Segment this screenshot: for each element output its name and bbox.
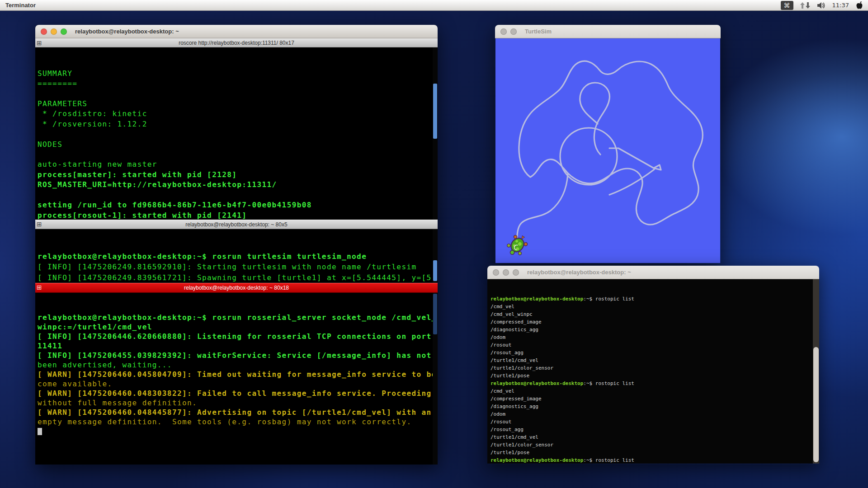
terminal-line: been advertised, waiting... bbox=[38, 360, 431, 370]
terminal-scroll-thumb[interactable] bbox=[813, 347, 819, 462]
minimize-button[interactable] bbox=[510, 28, 517, 35]
window-title: relaybotbox@relaybotbox-desktop: ~ bbox=[75, 28, 179, 35]
clock[interactable]: 11:37 bbox=[832, 2, 849, 9]
turtlesim-window: TurtleSim bbox=[495, 25, 721, 263]
terminal-line bbox=[38, 150, 431, 160]
pen-trail bbox=[517, 61, 703, 246]
terminal-line: relaybotbox@relaybotbox-desktop:~$ rosru… bbox=[38, 313, 431, 322]
minimize-button[interactable] bbox=[51, 28, 57, 35]
maximize-button[interactable] bbox=[513, 269, 519, 276]
terminal-line: /turtle1/cmd_vel bbox=[491, 433, 811, 441]
terminal-line: [ INFO] [1475206249.816592910]: Starting… bbox=[38, 262, 431, 272]
terminal-window: relaybotbox@relaybotbox-desktop: ~ relay… bbox=[487, 266, 819, 464]
terminal-line: /turtle1/pose bbox=[491, 449, 811, 456]
turtle-pen-drawing bbox=[495, 38, 720, 263]
terminal-line: [ INFO] [1475206249.839561721]: Spawning… bbox=[38, 272, 431, 283]
pane2-scrollbar[interactable] bbox=[433, 229, 438, 283]
pane2-scroll-thumb[interactable] bbox=[433, 260, 437, 281]
pane2-titlebar[interactable]: ⊞ relaybotbox@relaybotbox-desktop: ~ 80x… bbox=[35, 220, 438, 229]
maximize-button[interactable] bbox=[61, 28, 67, 35]
terminal-line: /compressed_image bbox=[491, 395, 811, 403]
terminal-line: relaybotbox@relaybotbox-desktop:~$ rosto… bbox=[491, 295, 811, 303]
terminal-line: process[master]: started with pid [2128] bbox=[38, 170, 431, 180]
terminal-titlebar[interactable]: relaybotbox@relaybotbox-desktop: ~ bbox=[487, 266, 819, 279]
terminal-line bbox=[38, 89, 431, 99]
terminal-line: auto-starting new master bbox=[38, 160, 431, 169]
terminal-line: [ WARN] [1475206460.048303822]: Failed t… bbox=[38, 389, 431, 398]
pane-grid-icon[interactable]: ⊞ bbox=[37, 39, 42, 47]
terminal-line: /cmd_vel bbox=[491, 303, 811, 310]
terminal-line bbox=[38, 427, 431, 436]
updown-arrows-icon[interactable] bbox=[800, 2, 811, 9]
terminal-line: /odom bbox=[491, 333, 811, 341]
terminal-line: /cmd_vel bbox=[491, 387, 811, 395]
command-key-icon[interactable]: ⌘ bbox=[781, 1, 793, 10]
terminal-line: /turtle1/color_sensor bbox=[491, 441, 811, 449]
terminal-line: relaybotbox@relaybotbox-desktop:~$ rosru… bbox=[38, 251, 431, 262]
pane2-title: relaybotbox@relaybotbox-desktop: ~ 80x5 bbox=[185, 221, 287, 228]
terminal-scrollbar[interactable] bbox=[813, 279, 819, 464]
terminal-line: [ INFO] [1475206455.039829392]: waitForS… bbox=[38, 351, 431, 360]
pane2-terminal[interactable]: relaybotbox@relaybotbox-desktop:~$ rosru… bbox=[35, 229, 438, 283]
window-title: TurtleSim bbox=[525, 28, 552, 35]
pane3-terminal[interactable]: relaybotbox@relaybotbox-desktop:~$ rosru… bbox=[35, 293, 438, 465]
turtlesim-canvas bbox=[495, 38, 720, 263]
terminal-line: /odom bbox=[491, 410, 811, 418]
system-tray: ⌘ 11:37 bbox=[781, 1, 868, 10]
terminator-titlebar[interactable]: relaybotbox@relaybotbox-desktop: ~ bbox=[35, 25, 438, 38]
pane3-titlebar[interactable]: ⊞ relaybotbox@relaybotbox-desktop: ~ 80x… bbox=[35, 283, 438, 293]
terminal-line: empty message definition. Some tools (e.… bbox=[38, 417, 431, 427]
terminal-line: relaybotbox@relaybotbox-desktop:~$ rosto… bbox=[491, 380, 811, 387]
pane1-titlebar[interactable]: ⊞ roscore http://relaybotbox-desktop:113… bbox=[35, 38, 438, 47]
pane1-scroll-thumb[interactable] bbox=[433, 84, 437, 139]
pane3-title: relaybotbox@relaybotbox-desktop: ~ 80x18 bbox=[184, 285, 289, 291]
pane1-title: roscore http://relaybotbox-desktop:11311… bbox=[179, 40, 294, 46]
pane1-scrollbar[interactable] bbox=[433, 47, 438, 220]
terminal-line: ROS_MASTER_URI=http://relaybotbox-deskto… bbox=[38, 180, 431, 190]
pane3-scrollbar[interactable] bbox=[433, 293, 438, 465]
close-button[interactable] bbox=[493, 269, 499, 276]
terminal-line: without full message definition. bbox=[38, 398, 431, 408]
terminal-line: /rosout_agg bbox=[491, 426, 811, 433]
terminator-window: relaybotbox@relaybotbox-desktop: ~ ⊞ ros… bbox=[35, 25, 438, 465]
top-menubar: Terminator ⌘ 11:37 bbox=[0, 0, 868, 11]
window-title: relaybotbox@relaybotbox-desktop: ~ bbox=[527, 269, 631, 276]
terminal-line bbox=[38, 190, 431, 200]
pane1-terminal[interactable]: SUMMARY======== PARAMETERS * /rosdistro:… bbox=[35, 47, 438, 220]
pane-grid-icon[interactable]: ⊞ bbox=[37, 284, 42, 291]
terminal-line: come available. bbox=[38, 379, 431, 389]
terminal-line bbox=[38, 129, 431, 139]
minimize-button[interactable] bbox=[503, 269, 509, 276]
terminal-cursor bbox=[38, 428, 42, 435]
menubar-app-title[interactable]: Terminator bbox=[5, 2, 36, 9]
volume-icon[interactable] bbox=[817, 2, 826, 9]
terminal-line: ======== bbox=[38, 79, 431, 89]
terminal-line: [ INFO] [1475206446.620660880]: Listenin… bbox=[38, 332, 431, 341]
terminal-line: [ WARN] [1475206460.045804709]: Timed ou… bbox=[38, 370, 431, 379]
terminal-line: 11411 bbox=[38, 341, 431, 351]
terminal-line: /rosout_agg bbox=[491, 349, 811, 357]
desktop: Terminator ⌘ 11:37 bbox=[0, 0, 868, 488]
apple-menu-icon[interactable] bbox=[855, 1, 863, 10]
close-button[interactable] bbox=[41, 28, 47, 35]
terminal-line: /turtle1/cmd_vel bbox=[491, 357, 811, 364]
pane-grid-icon[interactable]: ⊞ bbox=[37, 221, 42, 228]
terminal-line: /turtle1/color_sensor bbox=[491, 364, 811, 372]
command-glyph: ⌘ bbox=[784, 2, 790, 9]
terminal-line: [ WARN] [1475206460.048445877]: Advertis… bbox=[38, 408, 431, 417]
terminal-line: relaybotbox@relaybotbox-desktop:~$ rosto… bbox=[491, 456, 811, 464]
terminal-output[interactable]: relaybotbox@relaybotbox-desktop:~$ rosto… bbox=[487, 279, 819, 464]
terminal-line: SUMMARY bbox=[38, 69, 431, 79]
terminal-line: * /rosdistro: kinetic bbox=[38, 109, 431, 119]
terminal-line: * /rosversion: 1.12.2 bbox=[38, 119, 431, 129]
terminal-line: process[rosout-1]: started with pid [214… bbox=[38, 211, 431, 220]
terminal-line: /turtle1/pose bbox=[491, 372, 811, 380]
terminal-line: /diagnostics_agg bbox=[491, 326, 811, 333]
terminal-line: PARAMETERS bbox=[38, 99, 431, 109]
terminal-line: /diagnostics_agg bbox=[491, 403, 811, 410]
pane3-scroll-thumb[interactable] bbox=[433, 294, 437, 334]
turtlesim-titlebar[interactable]: TurtleSim bbox=[495, 25, 721, 38]
close-button[interactable] bbox=[500, 28, 507, 35]
terminal-line: NODES bbox=[38, 140, 431, 150]
terminal-line: winpc:=/turtle1/cmd_vel bbox=[38, 322, 431, 332]
